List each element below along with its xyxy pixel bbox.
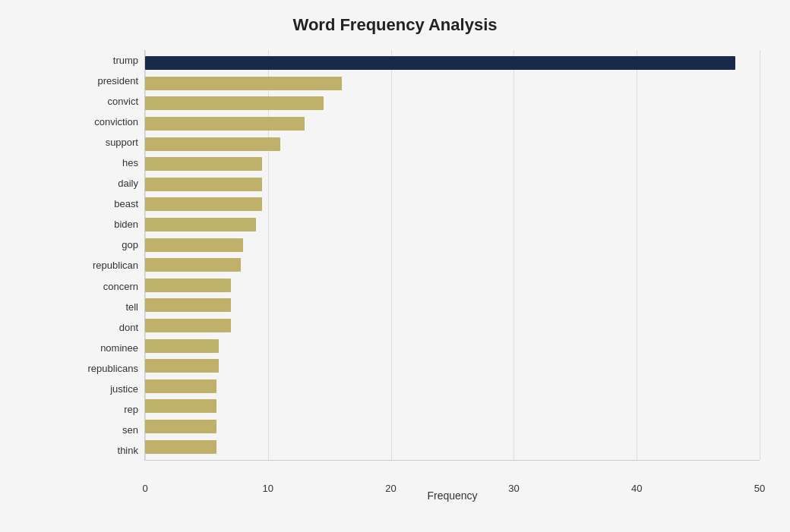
bar-row-president — [145, 75, 760, 92]
bar-nominee — [145, 339, 219, 353]
y-label-republican: republican — [76, 257, 138, 275]
chart-area: trumppresidentconvictconvictionsupporthe… — [76, 50, 760, 461]
x-axis-title: Frequency — [427, 490, 477, 502]
bar-row-nominee — [145, 338, 760, 354]
bar-row-beast — [145, 196, 760, 212]
y-label-biden: biden — [76, 216, 138, 234]
bar-row-biden — [145, 216, 760, 233]
bar-conviction — [145, 117, 305, 131]
bar-justice — [145, 379, 216, 393]
bar-row-convict — [145, 95, 760, 112]
bar-president — [145, 77, 342, 90]
y-label-dont: dont — [76, 318, 138, 336]
x-tick-40: 40 — [631, 483, 642, 494]
bar-row-tell — [145, 297, 760, 313]
bar-tell — [145, 298, 231, 312]
bar-convict — [145, 96, 324, 110]
y-label-hes: hes — [76, 154, 138, 172]
y-label-trump: trump — [76, 52, 138, 70]
y-label-gop: gop — [76, 236, 138, 254]
bar-row-trump — [145, 55, 760, 71]
bar-concern — [145, 279, 231, 292]
x-tick-30: 30 — [508, 483, 519, 494]
bars-wrapper — [145, 50, 760, 460]
y-label-concern: concern — [76, 277, 138, 295]
bar-daily — [145, 178, 262, 191]
bar-row-concern — [145, 277, 760, 294]
y-label-tell: tell — [76, 297, 138, 316]
bar-row-gop — [145, 237, 760, 253]
y-label-rep: rep — [76, 400, 138, 418]
y-label-support: support — [76, 134, 138, 152]
y-label-daily: daily — [76, 175, 138, 193]
bars-and-grid: 01020304050 Frequency — [144, 50, 760, 461]
y-label-conviction: conviction — [76, 113, 138, 131]
bar-gop — [145, 238, 243, 252]
y-label-justice: justice — [76, 379, 138, 398]
bar-row-daily — [145, 176, 760, 193]
bar-beast — [145, 197, 262, 211]
y-label-think: think — [76, 441, 138, 459]
chart-title: Word Frequency Analysis — [30, 15, 760, 35]
y-label-convict: convict — [76, 93, 138, 111]
x-tick-10: 10 — [263, 483, 273, 494]
bar-republicans — [145, 359, 219, 373]
bar-biden — [145, 218, 256, 231]
bar-row-sen — [145, 418, 760, 435]
bar-dont — [145, 319, 231, 332]
x-tick-50: 50 — [754, 483, 765, 494]
y-label-republicans: republicans — [76, 359, 138, 377]
y-label-beast: beast — [76, 195, 138, 213]
bar-row-dont — [145, 317, 760, 334]
bar-row-think — [145, 439, 760, 455]
bar-row-republicans — [145, 357, 760, 374]
bar-row-rep — [145, 398, 760, 414]
bar-republican — [145, 258, 241, 272]
y-label-president: president — [76, 72, 138, 90]
bar-row-support — [145, 136, 760, 153]
bar-row-conviction — [145, 115, 760, 132]
y-labels: trumppresidentconvictconvictionsupporthe… — [76, 50, 144, 461]
bar-think — [145, 440, 216, 454]
bar-row-justice — [145, 378, 760, 395]
grid-line-50 — [760, 50, 760, 460]
y-label-nominee: nominee — [76, 338, 138, 357]
bar-hes — [145, 157, 262, 171]
bar-row-republican — [145, 257, 760, 273]
bar-sen — [145, 420, 216, 433]
bar-rep — [145, 399, 216, 413]
x-tick-0: 0 — [142, 483, 147, 494]
x-tick-20: 20 — [385, 483, 396, 494]
bar-row-hes — [145, 156, 760, 172]
y-label-sen: sen — [76, 420, 138, 439]
bar-trump — [145, 56, 735, 70]
chart-container: Word Frequency Analysis trumppresidentco… — [0, 0, 790, 532]
bar-support — [145, 137, 280, 151]
